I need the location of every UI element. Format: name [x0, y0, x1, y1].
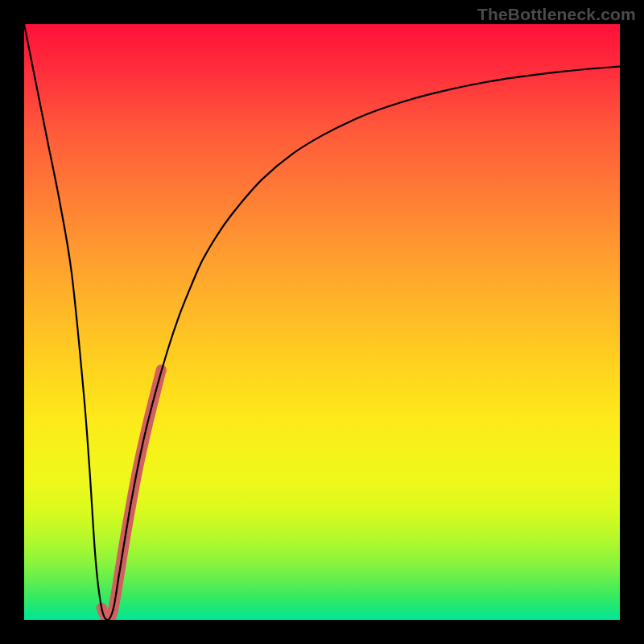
bottleneck-curve — [24, 24, 620, 620]
curve-svg — [24, 24, 620, 620]
watermark-text: TheBottleneck.com — [477, 5, 636, 24]
chart-frame: TheBottleneck.com — [0, 0, 644, 644]
plot-area — [24, 24, 620, 620]
